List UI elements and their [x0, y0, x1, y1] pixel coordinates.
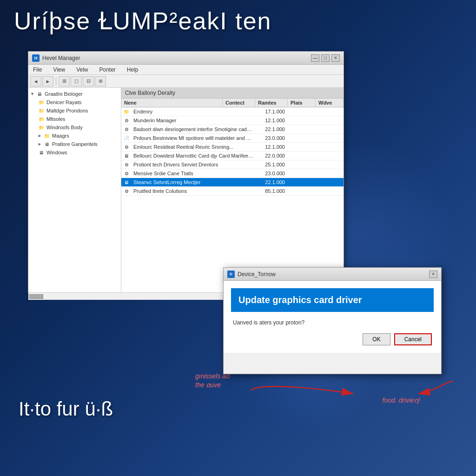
row-plais [288, 154, 316, 157]
scrollbar-thumb[interactable] [29, 294, 43, 299]
row-ramtes: 23.0.000 [255, 169, 288, 178]
menu-ponter[interactable]: Ponter [98, 66, 118, 74]
row-ramtes: 12.1.000 [255, 116, 288, 125]
row-plais [288, 128, 316, 131]
row-icon: 🖥 [123, 179, 130, 185]
folder-icon-7: 🖥 [38, 149, 45, 156]
row-plais [288, 181, 316, 184]
row-name: Pruitfed Itrete Colutions [132, 187, 255, 195]
tree-root[interactable]: ▼ 🖥 Graatlni Biologer [28, 90, 121, 98]
folder-icon-4: 📁 [38, 124, 45, 131]
tree-item-5[interactable]: ► 📁 Maagrs [28, 132, 121, 140]
row-name: Emlourc Resiideat Reetiral Reuric Sronin… [132, 143, 255, 151]
list-row[interactable]: 📁Endenry17.1.000 [121, 107, 344, 116]
window-title: Hevel Manager [42, 55, 311, 61]
folder-icon-3: 📁 [38, 116, 45, 122]
forward-button[interactable]: ► [42, 76, 53, 86]
list-row[interactable]: 🖥Steanvc SelvntLnrreg Mectjer22.1.000 [121, 178, 344, 187]
list-row[interactable]: 🖥Bellourc Dowidest Marnottic Card djy Ca… [121, 152, 344, 160]
maximize-button[interactable]: □ [321, 54, 330, 62]
col-plais: Plais [288, 99, 316, 107]
row-ramtes: 17.1.000 [255, 107, 288, 116]
sidebar-item-label-6: Windows [46, 150, 67, 155]
row-ramtes: 23.0.000 [255, 134, 288, 142]
row-ramtes: 25.1.000 [255, 160, 288, 169]
tree-item-1[interactable]: 📁 Denicer Rayats [28, 98, 121, 106]
dialog-content: Update graphics card driver Uanved is at… [224, 281, 441, 353]
tree-item-3[interactable]: 📁 Mltsoles [28, 115, 121, 123]
row-icon: ⚙ [123, 170, 130, 177]
row-wdve [316, 181, 344, 184]
row-wdve [316, 190, 344, 192]
sidebar-tree: ▼ 🖥 Graatlni Biologer 📁 Denicer Rayats 📁… [28, 88, 121, 292]
sidebar-item-label-4: Maagrs [52, 133, 69, 139]
cancel-button[interactable]: Cancel [394, 333, 432, 345]
list-rows-container: 📁Endenry17.1.000⚙Munderin Manager12.1.00… [121, 107, 344, 196]
dialog-close-button[interactable]: × [429, 271, 437, 278]
list-row[interactable]: ⚙Mensive Srdie Cane Ttatls23.0.000 [121, 169, 344, 178]
sidebar-item-label-5: Pratlore Ganperitels [52, 141, 98, 147]
tree-item-6[interactable]: ► 🖥 Pratlore Ganperitels [28, 140, 121, 148]
toolbar-btn-4[interactable]: ⊕ [95, 76, 106, 86]
row-name: Prdours Bestniview MI spotiore willl mat… [132, 134, 255, 142]
back-button[interactable]: ◄ [30, 76, 41, 86]
ok-button[interactable]: OK [363, 333, 390, 345]
menu-help[interactable]: Help [125, 66, 140, 74]
toolbar: ◄ ► ⊞ ◻ ⊟ ⊕ [28, 75, 344, 88]
bottom-left-label: It·to fur ü·ß [19, 398, 113, 420]
toolbar-btn-2[interactable]: ◻ [71, 76, 82, 86]
row-name: Badoort diwn desriogement interfor Smoti… [132, 125, 255, 133]
list-row[interactable]: ⚙Munderin Manager12.1.000 [121, 116, 344, 125]
dialog-banner-text: Update graphics card driver [238, 295, 426, 305]
toolbar-btn-3[interactable]: ⊟ [83, 76, 94, 86]
menu-velw[interactable]: Velw [74, 66, 90, 74]
tree-item-7[interactable]: 🖥 Windows [28, 148, 121, 157]
close-button[interactable]: × [331, 54, 340, 62]
row-plais [288, 172, 316, 175]
folder-icon-1: 📁 [38, 99, 45, 106]
row-icon: 📁 [123, 108, 130, 115]
annotation-1: gınissels adthe ɑuve [195, 372, 230, 390]
sidebar-root-label: Graatlni Biologer [45, 91, 83, 97]
menu-file[interactable]: File [31, 66, 44, 74]
row-ramtes: 22.1.000 [255, 125, 288, 133]
list-row[interactable]: ⚙Pruitfed Itrete Colutions85.1.000 [121, 187, 344, 196]
window-app-icon: H [32, 54, 40, 62]
list-row[interactable]: 📄Prdours Bestniview MI spotiore willl ma… [121, 134, 344, 143]
tree-item-4[interactable]: 📁 Windroofs Body [28, 123, 121, 132]
list-row[interactable]: ⚙Protiont tech Drivers Serviet Drentors2… [121, 160, 344, 169]
row-wdve [316, 145, 344, 148]
top-title: Uríþse ⱢUMP²eakI ten [14, 7, 462, 35]
toolbar-btn-1[interactable]: ⊞ [59, 76, 70, 86]
minimize-button[interactable]: — [311, 54, 319, 62]
root-icon: 🖥 [36, 91, 43, 97]
list-header: Nene Contect Ramtes Plais Wdve [121, 99, 344, 107]
annotation2-text: food. drivieɳ! [383, 397, 420, 404]
title-text: Uríþse ⱢUMP²eakI ten [14, 7, 272, 34]
row-plais [288, 145, 316, 148]
row-plais [288, 119, 316, 122]
row-icon: ⚙ [123, 144, 130, 150]
sidebar-item-label-1: Maltdge Prondons [46, 108, 88, 113]
row-icon: ⚙ [123, 126, 130, 132]
col-wdve: Wdve [316, 99, 344, 107]
tree-item-2[interactable]: 📁 Maltdge Prondons [28, 106, 121, 115]
sidebar-item-label-0: Denicer Rayats [46, 99, 81, 105]
toolbar-sep [56, 77, 56, 86]
row-ramtes: 22.1.000 [255, 178, 288, 186]
dialog-title: Device_Tornow [238, 271, 429, 278]
dialog-message: Uanved is aters your proton? [231, 319, 434, 326]
col-contect: Contect [223, 99, 255, 107]
row-plais [288, 163, 316, 166]
bottom-left-text: It·to fur ü·ß [19, 398, 113, 420]
list-row[interactable]: ⚙Badoort diwn desriogement interfor Smot… [121, 125, 344, 134]
row-icon: 📄 [123, 135, 130, 141]
row-wdve [316, 172, 344, 175]
menu-view[interactable]: View [51, 66, 67, 74]
list-row[interactable]: ⚙Emlourc Resiideat Reetiral Reuric Sroni… [121, 143, 344, 152]
row-name: Bellourc Dowidest Marnottic Card djy Car… [132, 152, 255, 160]
device-manager-window: H Hevel Manager — □ × File View Velw Pon… [28, 51, 344, 293]
expand-icon: ▼ [30, 92, 36, 96]
window-titlebar: H Hevel Manager — □ × [28, 52, 344, 65]
row-wdve [316, 137, 344, 139]
